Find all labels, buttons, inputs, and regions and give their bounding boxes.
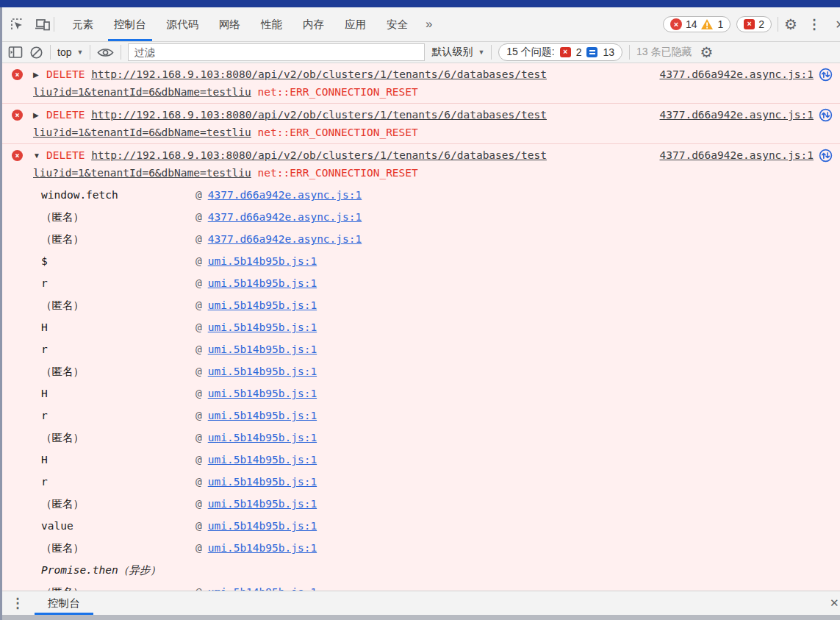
stack-source-link[interactable]: umi.5b14b95b.js:1 bbox=[208, 366, 317, 377]
toolbar-separator bbox=[50, 45, 51, 60]
network-reveal-icon[interactable] bbox=[819, 149, 833, 163]
close-devtools-icon[interactable]: ✕ bbox=[831, 18, 840, 32]
stack-frame-row: （匿名） @ umi.5b14b95b.js:1 bbox=[2, 537, 840, 559]
stack-location: @ umi.5b14b95b.js:1 bbox=[195, 498, 317, 510]
drawer-more-options-icon[interactable]: ⋮ bbox=[2, 595, 32, 611]
stack-function-name: （匿名） bbox=[41, 497, 195, 511]
hidden-messages-label: 13 条已隐藏 bbox=[636, 46, 692, 59]
stack-frame-row: H @ umi.5b14b95b.js:1 bbox=[2, 449, 840, 471]
stack-location: @ umi.5b14b95b.js:1 bbox=[195, 520, 317, 532]
request-method: DELETE bbox=[46, 149, 85, 161]
filter-input[interactable] bbox=[128, 43, 425, 61]
inspect-element-icon[interactable] bbox=[10, 17, 24, 32]
issues-button-label: 15 个问题: bbox=[506, 46, 554, 59]
stack-source-link[interactable]: umi.5b14b95b.js:1 bbox=[208, 410, 317, 421]
log-levels-selector[interactable]: 默认级别 ▼ bbox=[431, 46, 484, 59]
breaking-issues-icon: × bbox=[560, 47, 571, 57]
stack-source-link[interactable]: umi.5b14b95b.js:1 bbox=[208, 277, 317, 289]
error-count-icon: × bbox=[670, 18, 682, 30]
stack-source-link[interactable]: umi.5b14b95b.js:1 bbox=[208, 299, 317, 311]
context-selector[interactable]: top ▼ bbox=[57, 46, 83, 58]
stack-location: @ umi.5b14b95b.js:1 bbox=[195, 255, 317, 267]
stack-function-name: （匿名） bbox=[41, 232, 195, 246]
drawer-tab-console[interactable]: 控制台 bbox=[32, 591, 96, 615]
console-error-message: × ▶DELETE http://192.168.9.103:8080/api/… bbox=[2, 63, 840, 104]
stack-source-link[interactable]: umi.5b14b95b.js:1 bbox=[208, 343, 317, 355]
live-expression-eye-icon[interactable] bbox=[97, 46, 114, 59]
stack-frame-row: value @ umi.5b14b95b.js:1 bbox=[2, 515, 840, 537]
stack-source-link[interactable]: umi.5b14b95b.js:1 bbox=[208, 321, 317, 333]
console-settings-gear-icon[interactable]: ⚙ bbox=[700, 43, 714, 61]
issues-icon: × bbox=[744, 19, 755, 29]
tab-console[interactable]: 控制台 bbox=[104, 7, 157, 41]
chevron-down-icon: ▼ bbox=[76, 49, 83, 56]
issues-button[interactable]: 15 个问题: × 2 13 bbox=[498, 43, 622, 61]
error-warning-counter[interactable]: × 14 1 bbox=[663, 16, 730, 32]
message-location: 4377.d66a942e.async.js:1 bbox=[659, 107, 833, 124]
tab-network[interactable]: 网络 bbox=[209, 7, 251, 41]
stack-frame-row: （匿名） @ 4377.d66a942e.async.js:1 bbox=[2, 228, 840, 250]
stack-frame-row: r @ umi.5b14b95b.js:1 bbox=[2, 471, 840, 493]
expand-arrow-icon[interactable]: ▶ bbox=[33, 67, 46, 84]
device-toolbar-icon[interactable] bbox=[35, 17, 51, 32]
at-symbol: @ bbox=[195, 277, 202, 289]
issues-count: 2 bbox=[758, 18, 764, 30]
stack-source-link[interactable]: 4377.d66a942e.async.js:1 bbox=[208, 189, 362, 201]
collapse-arrow-icon[interactable]: ▼ bbox=[33, 148, 46, 165]
stack-source-link[interactable]: umi.5b14b95b.js:1 bbox=[208, 542, 317, 554]
stack-function-name: （匿名） bbox=[41, 541, 195, 555]
stack-function-name: window.fetch bbox=[41, 189, 195, 201]
stack-source-link[interactable]: 4377.d66a942e.async.js:1 bbox=[208, 233, 362, 245]
stack-function-name: （匿名） bbox=[41, 299, 195, 313]
more-tabs-icon[interactable]: » bbox=[418, 7, 439, 41]
network-reveal-icon[interactable] bbox=[819, 108, 833, 122]
tab-sources[interactable]: 源代码 bbox=[157, 7, 209, 41]
stack-location: @ umi.5b14b95b.js:1 bbox=[195, 476, 317, 488]
source-location-link[interactable]: 4377.d66a942e.async.js:1 bbox=[659, 66, 814, 83]
stack-source-link[interactable]: umi.5b14b95b.js:1 bbox=[208, 388, 317, 399]
drawer-close-icon[interactable]: ✕ bbox=[830, 596, 840, 610]
expand-arrow-icon[interactable]: ▶ bbox=[33, 107, 46, 124]
more-options-icon[interactable]: ⋮ bbox=[803, 16, 825, 32]
issues-counter[interactable]: × 2 bbox=[736, 16, 772, 32]
stack-frame-row: （匿名） @ umi.5b14b95b.js:1 bbox=[2, 581, 840, 591]
settings-gear-icon[interactable]: ⚙ bbox=[784, 15, 797, 33]
main-toolbar-left bbox=[2, 7, 54, 41]
console-sidebar-icon[interactable] bbox=[8, 46, 23, 59]
toolbar-separator bbox=[778, 17, 778, 32]
stack-function-name: （匿名） bbox=[41, 365, 195, 379]
tab-application[interactable]: 应用 bbox=[334, 7, 376, 41]
source-location-link[interactable]: 4377.d66a942e.async.js:1 bbox=[659, 147, 814, 164]
stack-source-link[interactable]: umi.5b14b95b.js:1 bbox=[208, 454, 317, 466]
network-reveal-icon[interactable] bbox=[819, 68, 833, 82]
stack-location: @ umi.5b14b95b.js:1 bbox=[195, 277, 317, 289]
stack-frame-row: （匿名） @ 4377.d66a942e.async.js:1 bbox=[2, 206, 840, 228]
toolbar-separator bbox=[491, 45, 492, 60]
stack-function-name: r bbox=[41, 343, 195, 355]
stack-function-name: H bbox=[41, 388, 195, 399]
stack-frame-row: （匿名） @ umi.5b14b95b.js:1 bbox=[2, 294, 840, 316]
at-symbol: @ bbox=[195, 255, 202, 267]
stack-source-link[interactable]: umi.5b14b95b.js:1 bbox=[208, 498, 317, 510]
stack-source-link[interactable]: 4377.d66a942e.async.js:1 bbox=[208, 211, 362, 223]
toolbar-separator bbox=[121, 45, 121, 60]
source-location-link[interactable]: 4377.d66a942e.async.js:1 bbox=[659, 107, 814, 124]
message-location: 4377.d66a942e.async.js:1 bbox=[659, 66, 833, 83]
clear-console-icon[interactable] bbox=[29, 46, 43, 60]
tab-performance[interactable]: 性能 bbox=[251, 7, 292, 41]
panel-tabs: 元素 控制台 源代码 网络 性能 内存 应用 安全 » bbox=[62, 7, 439, 41]
stack-source-link[interactable]: umi.5b14b95b.js:1 bbox=[208, 520, 317, 532]
tab-elements[interactable]: 元素 bbox=[62, 7, 104, 41]
tab-memory[interactable]: 内存 bbox=[292, 7, 334, 41]
stack-source-link[interactable]: umi.5b14b95b.js:1 bbox=[208, 255, 317, 267]
at-symbol: @ bbox=[195, 189, 202, 201]
stack-frame-row: （匿名） @ umi.5b14b95b.js:1 bbox=[2, 493, 840, 515]
stack-source-link[interactable]: umi.5b14b95b.js:1 bbox=[208, 476, 317, 488]
stack-location: @ 4377.d66a942e.async.js:1 bbox=[195, 233, 362, 245]
error-count: 14 bbox=[686, 18, 697, 30]
log-levels-label: 默认级别 bbox=[431, 46, 473, 59]
stack-source-link[interactable]: umi.5b14b95b.js:1 bbox=[208, 432, 317, 443]
tab-security[interactable]: 安全 bbox=[376, 7, 418, 41]
stack-location: @ umi.5b14b95b.js:1 bbox=[195, 299, 317, 311]
stack-frame-row: （匿名） @ umi.5b14b95b.js:1 bbox=[2, 427, 840, 449]
